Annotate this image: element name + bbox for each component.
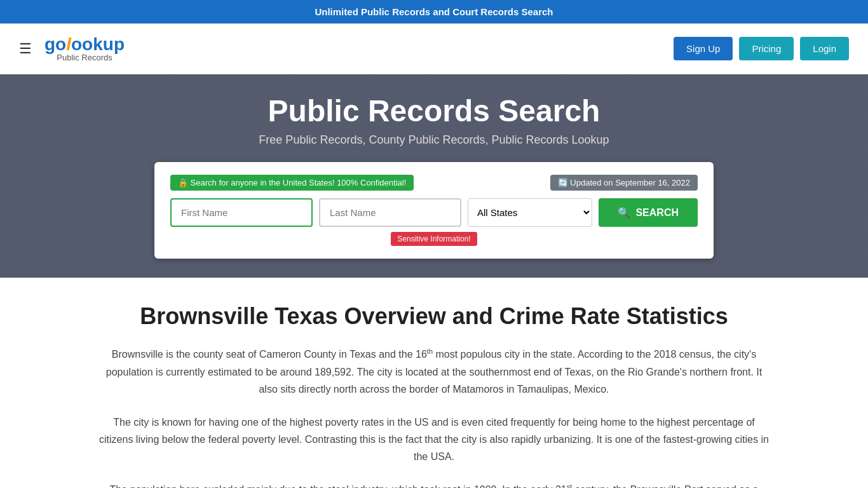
header-left: ☰ golookup Public Records xyxy=(19,36,125,62)
search-box: 🔒 Search for anyone in the United States… xyxy=(154,162,714,259)
hero-section: Public Records Search Free Public Record… xyxy=(0,74,868,278)
logo-text: golookup xyxy=(44,36,125,53)
search-button[interactable]: 🔍 SEARCH xyxy=(599,198,698,227)
search-fields: All StatesAlabamaAlaskaArizonaArkansasCa… xyxy=(170,198,698,227)
logo: golookup Public Records xyxy=(44,36,125,62)
content-para1: Brownsville is the county seat of Camero… xyxy=(97,346,771,398)
content-para3: The population here exploded mainly due … xyxy=(97,481,771,488)
content-title: Brownsville Texas Overview and Crime Rat… xyxy=(97,303,771,330)
main-content: Brownsville Texas Overview and Crime Rat… xyxy=(85,278,783,488)
hero-subtitle: Free Public Records, County Public Recor… xyxy=(13,133,855,147)
header-nav-buttons: Sign Up Pricing Login xyxy=(674,37,849,60)
search-top-row: 🔒 Search for anyone in the United States… xyxy=(170,175,698,191)
pricing-button[interactable]: Pricing xyxy=(739,37,794,60)
header: ☰ golookup Public Records Sign Up Pricin… xyxy=(0,24,868,74)
search-updated-badge: 🔄 Updated on September 16, 2022 xyxy=(550,175,698,191)
search-icon: 🔍 xyxy=(618,207,630,219)
hamburger-menu-icon[interactable]: ☰ xyxy=(19,41,32,57)
signup-button[interactable]: Sign Up xyxy=(674,37,733,60)
banner-text: Unlimited Public Records and Court Recor… xyxy=(315,6,553,17)
para3-prefix: The population here exploded mainly due … xyxy=(110,485,567,488)
login-button[interactable]: Login xyxy=(800,37,849,60)
content-para2: The city is known for having one of the … xyxy=(97,414,771,466)
top-banner: Unlimited Public Records and Court Recor… xyxy=(0,0,868,24)
search-button-label: SEARCH xyxy=(635,207,679,219)
sensitive-info-badge: Sensitive Information! xyxy=(391,232,477,246)
first-name-input[interactable] xyxy=(170,198,313,227)
last-name-input[interactable] xyxy=(319,198,461,227)
para1-sup: th xyxy=(427,348,433,355)
search-confidential-badge: 🔒 Search for anyone in the United States… xyxy=(170,175,414,191)
hero-title: Public Records Search xyxy=(13,93,855,128)
hero-content: Public Records Search Free Public Record… xyxy=(13,93,855,259)
para1-text: Brownsville is the county seat of Camero… xyxy=(112,349,427,360)
logo-subtitle: Public Records xyxy=(44,53,125,62)
state-select[interactable]: All StatesAlabamaAlaskaArizonaArkansasCa… xyxy=(468,198,592,227)
